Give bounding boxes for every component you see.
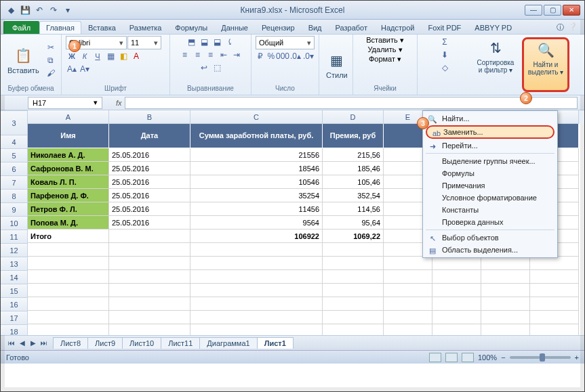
cell[interactable]: 9564	[190, 216, 323, 230]
align-top-icon[interactable]: ⬒	[185, 36, 197, 48]
close-button[interactable]: ✕	[563, 5, 580, 16]
cell[interactable]: 25.05.2016	[109, 189, 190, 202]
clear-icon[interactable]: ◇	[439, 62, 451, 74]
sheet-tab[interactable]: Лист10	[122, 337, 161, 349]
cell[interactable]	[530, 311, 579, 324]
cell[interactable]: 352,54	[323, 189, 384, 202]
cell[interactable]	[28, 284, 109, 297]
cell[interactable]: 21556	[190, 148, 323, 162]
zoom-in-button[interactable]: +	[575, 353, 579, 362]
inc-decimal-icon[interactable]: .0▴	[289, 50, 302, 62]
row-header[interactable]: 10	[1, 217, 28, 230]
cell[interactable]: Коваль Л. П.	[28, 175, 109, 189]
cells-insert-button[interactable]: Вставить ▾	[366, 36, 404, 45]
cell[interactable]	[323, 284, 384, 297]
zoom-out-button[interactable]: −	[501, 353, 505, 362]
cell[interactable]	[481, 257, 530, 270]
cell[interactable]: Премия, руб	[323, 124, 384, 148]
cell[interactable]: 25.05.2016	[109, 148, 190, 162]
sheet-nav-button[interactable]: ⏭	[39, 338, 49, 349]
cell[interactable]	[190, 284, 323, 297]
tab-foxit[interactable]: Foxit PDF	[421, 21, 468, 34]
zoom-slider[interactable]	[510, 356, 571, 359]
cell[interactable]	[109, 284, 190, 297]
align-right-icon[interactable]: ≡	[205, 49, 217, 61]
border-icon[interactable]: ▦	[104, 50, 117, 62]
cell[interactable]: Дата	[109, 124, 190, 148]
cell[interactable]: 25.05.2016	[109, 162, 190, 175]
cell[interactable]	[190, 297, 323, 311]
save-icon[interactable]: 💾	[19, 4, 31, 16]
indent-dec-icon[interactable]: ⇤	[218, 49, 230, 61]
row-header[interactable]: 6	[1, 162, 28, 176]
underline-icon[interactable]: Ч	[92, 50, 104, 62]
cell[interactable]	[28, 257, 109, 270]
fill-color-icon[interactable]: ◧	[117, 50, 129, 62]
cell[interactable]	[384, 324, 432, 335]
cell[interactable]	[432, 284, 481, 297]
cells-format-button[interactable]: Формат ▾	[369, 55, 401, 64]
cell[interactable]	[432, 297, 481, 311]
cell[interactable]	[28, 297, 109, 311]
format-painter-icon[interactable]: 🖌	[45, 67, 57, 79]
cell[interactable]: Петров Ф. Л.	[28, 202, 109, 216]
percent-icon[interactable]: %	[266, 50, 277, 62]
cell[interactable]	[432, 324, 481, 335]
orientation-icon[interactable]: ⤹	[224, 36, 236, 48]
align-middle-icon[interactable]: ⬓	[198, 36, 210, 48]
cell[interactable]	[432, 257, 481, 270]
cell[interactable]	[384, 257, 432, 270]
cell[interactable]	[323, 297, 384, 311]
row-header[interactable]: 8	[1, 190, 28, 203]
cell[interactable]: Парфенов Д. Ф.	[28, 189, 109, 202]
row-header[interactable]: 9	[1, 203, 28, 217]
col-header-C[interactable]: C	[190, 110, 323, 124]
row-header[interactable]: 15	[1, 284, 28, 298]
row-header[interactable]: 14	[1, 271, 28, 284]
tab-review[interactable]: Рецензир	[255, 21, 302, 34]
indent-inc-icon[interactable]: ⇥	[230, 49, 243, 61]
menu-select-objects[interactable]: ↖Выбор объектов	[423, 232, 557, 244]
tab-formulas[interactable]: Формулы	[168, 21, 214, 34]
cell[interactable]: 25.05.2016	[109, 216, 190, 230]
cell[interactable]	[190, 243, 323, 257]
formula-input[interactable]	[125, 97, 578, 109]
find-select-button[interactable]: 🔍 Найти и выделить ▾	[522, 37, 569, 92]
paste-button[interactable]: 📋 Вставить	[5, 45, 42, 76]
grow-font-icon[interactable]: A▴	[66, 63, 78, 75]
row-header[interactable]: 3	[1, 111, 28, 135]
align-bottom-icon[interactable]: ⬓	[211, 36, 223, 48]
cell[interactable]	[109, 311, 190, 324]
cell[interactable]	[530, 284, 579, 297]
cell[interactable]	[323, 243, 384, 257]
tab-data[interactable]: Данные	[214, 21, 255, 34]
font-color-icon[interactable]: A	[130, 50, 142, 62]
tab-abbyy[interactable]: ABBYY PD	[468, 21, 519, 34]
tab-file[interactable]: Файл	[3, 21, 39, 34]
sort-filter-button[interactable]: ⇅ Сортировка и фильтр ▾	[472, 35, 519, 95]
shrink-font-icon[interactable]: A▾	[79, 63, 91, 75]
cell[interactable]	[481, 270, 530, 284]
tab-addins[interactable]: Надстрой	[374, 21, 421, 34]
cell[interactable]: 25.05.2016	[109, 175, 190, 189]
styles-button[interactable]: ▦ Стили	[323, 49, 350, 81]
row-header[interactable]: 17	[1, 311, 28, 325]
row-header[interactable]: 12	[1, 244, 28, 257]
wrap-text-icon[interactable]: ↩	[198, 62, 210, 74]
cell[interactable]: Сумма заработной платы, руб.	[190, 124, 323, 148]
col-header-D[interactable]: D	[323, 110, 384, 124]
copy-icon[interactable]: ⧉	[45, 54, 57, 66]
comma-icon[interactable]: 000	[277, 50, 289, 62]
menu-selection-pane[interactable]: ▤Область выделения...	[423, 244, 557, 256]
sheet-tab[interactable]: Лист8	[53, 337, 88, 349]
cell[interactable]	[432, 270, 481, 284]
cell[interactable]: 35254	[190, 189, 323, 202]
row-header[interactable]: 13	[1, 257, 28, 271]
cell[interactable]	[28, 324, 109, 335]
row-header[interactable]: 4	[1, 135, 28, 149]
italic-icon[interactable]: К	[79, 50, 91, 62]
sheet-nav-button[interactable]: ◀	[17, 338, 28, 349]
view-layout-button[interactable]	[445, 353, 458, 362]
fx-icon[interactable]: fx	[116, 99, 122, 107]
row-header[interactable]: 16	[1, 298, 28, 311]
